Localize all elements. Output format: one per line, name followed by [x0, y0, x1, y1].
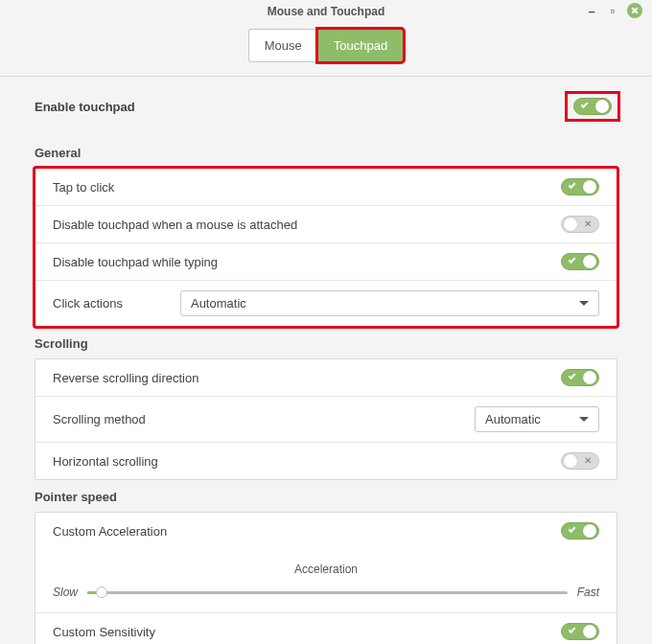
chevron-down-icon	[579, 301, 589, 306]
minimize-icon[interactable]: –	[585, 4, 598, 17]
reverse-scrolling-switch[interactable]	[561, 369, 599, 386]
maximize-icon[interactable]: ▫	[606, 4, 619, 17]
window-controls: – ▫	[585, 3, 642, 18]
switch-knob	[564, 218, 577, 231]
check-icon	[569, 181, 576, 189]
row-custom-sens: Custom Sensitivity	[35, 613, 617, 644]
check-icon	[569, 626, 576, 633]
page-body: Enable touchpad General Tap to click	[0, 77, 652, 644]
reverse-scrolling-label: Reverse scrolling direction	[53, 371, 198, 385]
row-custom-accel: Custom Acceleration	[35, 513, 617, 549]
disable-when-mouse-label: Disable touchpad when a mouse is attache…	[53, 218, 297, 232]
accel-slider-block: Acceleration Slow Fast	[35, 549, 617, 613]
tap-to-click-label: Tap to click	[53, 180, 114, 195]
tab-mouse[interactable]: Mouse	[248, 29, 317, 62]
switch-knob	[583, 371, 596, 384]
scrolling-method-combo[interactable]: Automatic	[475, 406, 599, 432]
section-scrolling: Scrolling Reverse scrolling direction Sc…	[35, 336, 617, 480]
close-icon[interactable]	[627, 3, 642, 18]
disable-while-typing-label: Disable touchpad while typing	[53, 255, 218, 269]
check-icon	[569, 525, 576, 533]
switch-knob	[583, 625, 596, 638]
row-disable-when-mouse: Disable touchpad when a mouse is attache…	[35, 206, 617, 243]
custom-accel-label: Custom Acceleration	[53, 524, 167, 539]
section-pointer-title: Pointer speed	[35, 490, 617, 512]
accel-low-label: Slow	[53, 586, 78, 599]
card-pointer: Custom Acceleration Acceleration Slow	[35, 512, 617, 644]
settings-window: Mouse and Touchpad – ▫ Mouse Touchpad En…	[0, 0, 652, 644]
switch-knob	[595, 100, 609, 113]
horizontal-scrolling-label: Horizontal scrolling	[53, 454, 158, 469]
section-scrolling-title: Scrolling	[35, 336, 617, 358]
card-scrolling: Reverse scrolling direction Scrolling me…	[35, 358, 617, 480]
chevron-down-icon	[579, 417, 589, 422]
check-icon	[569, 372, 576, 380]
section-pointer-speed: Pointer speed Custom Acceleration Accele…	[35, 490, 617, 644]
cross-icon: ✕	[584, 219, 592, 229]
switch-knob	[583, 255, 596, 268]
custom-sens-switch[interactable]	[561, 623, 599, 640]
enable-touchpad-switch[interactable]	[573, 98, 612, 115]
row-horizontal-scrolling: Horizontal scrolling ✕	[35, 443, 617, 479]
row-tap-to-click: Tap to click	[35, 169, 617, 206]
row-disable-while-typing: Disable touchpad while typing	[35, 243, 617, 281]
disable-while-typing-switch[interactable]	[561, 253, 599, 270]
click-actions-combo[interactable]: Automatic	[180, 290, 599, 316]
highlight-enable-toggle	[568, 94, 617, 119]
enable-touchpad-label: Enable touchpad	[35, 100, 135, 114]
window-title: Mouse and Touchpad	[268, 5, 384, 18]
click-actions-label: Click actions	[53, 296, 123, 310]
switch-knob	[564, 454, 577, 468]
horizontal-scrolling-switch[interactable]: ✕	[561, 452, 599, 470]
tab-row: Mouse Touchpad	[0, 23, 652, 77]
switch-knob	[583, 524, 596, 538]
check-icon	[569, 256, 576, 264]
accel-slider-title: Acceleration	[53, 555, 599, 586]
switch-knob	[583, 180, 596, 194]
row-reverse-scrolling: Reverse scrolling direction	[35, 359, 617, 397]
scrolling-method-label: Scrolling method	[53, 412, 146, 426]
section-general-title: General	[35, 146, 617, 168]
card-general: Tap to click Disable touchpad when a mou…	[35, 168, 617, 327]
scrolling-method-value: Automatic	[485, 412, 541, 426]
accel-slider-knob[interactable]	[96, 586, 107, 598]
custom-accel-switch[interactable]	[561, 522, 599, 540]
tab-group: Mouse Touchpad	[248, 29, 404, 62]
accel-slider-row: Slow Fast	[53, 586, 599, 599]
tab-touchpad[interactable]: Touchpad	[317, 29, 404, 62]
cross-icon: ✕	[584, 456, 592, 466]
row-click-actions: Click actions Automatic	[35, 281, 617, 326]
tap-to-click-switch[interactable]	[561, 178, 599, 196]
disable-when-mouse-switch[interactable]: ✕	[561, 216, 599, 233]
section-general: General Tap to click Disable touchpad wh…	[35, 146, 617, 327]
accel-slider[interactable]	[87, 591, 568, 594]
row-scrolling-method: Scrolling method Automatic	[35, 397, 617, 443]
custom-sens-label: Custom Sensitivity	[53, 625, 155, 639]
click-actions-value: Automatic	[191, 296, 246, 310]
accel-high-label: Fast	[577, 586, 599, 599]
check-icon	[581, 101, 589, 108]
titlebar: Mouse and Touchpad – ▫	[0, 0, 652, 23]
enable-touchpad-row: Enable touchpad	[35, 94, 617, 136]
